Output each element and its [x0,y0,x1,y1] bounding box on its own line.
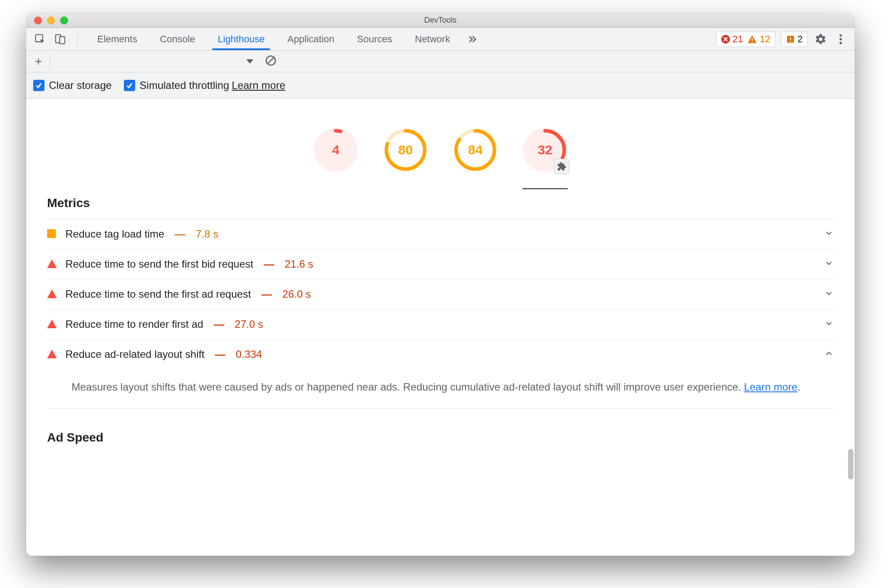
tab-sources[interactable]: Sources [346,28,404,50]
score-gauges: 4808432 [26,99,855,182]
more-tabs-button[interactable] [467,34,478,45]
metric-label: Reduce time to send the first ad request [65,288,251,300]
clear-storage-checkbox[interactable]: Clear storage [33,79,112,92]
metric-label: Reduce ad-related layout shift [65,348,205,360]
svg-rect-2 [60,37,65,44]
issue-count-value: 2 [798,34,803,45]
svg-rect-8 [790,41,791,42]
metric-row[interactable]: Reduce time to render first ad—27.0 s [47,309,834,339]
score-value: 4 [332,143,340,157]
triangle-icon [47,289,57,298]
metric-status-icon [47,289,57,299]
devtools-window: DevTools ElementsConsoleLighthouseApplic… [26,13,855,556]
metric-label: Reduce tag load time [65,228,164,240]
tab-lighthouse[interactable]: Lighthouse [206,28,276,50]
triangle-icon [47,259,57,268]
metric-row[interactable]: Reduce ad-related layout shift—0.334 [47,339,834,369]
square-icon [47,229,56,238]
error-count: 21 [721,34,743,45]
learn-more-link[interactable]: Learn more [744,381,798,393]
score-gauge-1[interactable]: 80 [384,128,427,172]
inspect-element-icon[interactable] [33,32,47,46]
score-value: 84 [468,143,482,157]
metrics-section-title: Metrics [26,182,855,219]
score-gauge-0[interactable]: 4 [314,128,358,172]
report-dropdown[interactable] [246,59,253,64]
chevron-down-icon[interactable] [824,289,834,300]
metric-value: 21.6 s [285,258,313,270]
simulated-throttling-label: Simulated throttling [140,79,229,92]
tab-console[interactable]: Console [149,28,207,50]
metric-row[interactable]: Reduce time to send the first bid reques… [47,249,834,279]
new-report-button[interactable]: + [31,54,45,68]
device-toolbar-icon[interactable] [53,32,67,46]
metric-value: 7.8 s [196,228,218,240]
metric-dash: — [264,258,274,270]
metric-dash: — [175,228,185,240]
metric-dash: — [214,318,224,330]
metric-value: 26.0 s [283,288,311,300]
metric-dash: — [262,288,272,300]
metric-status-icon [47,259,57,269]
error-count-value: 21 [733,34,743,45]
chevron-down-icon[interactable] [824,258,834,270]
more-options-icon[interactable] [834,32,848,46]
learn-more-link[interactable]: Learn more [232,79,286,92]
metrics-list: Reduce tag load time—7.8 sReduce time to… [26,219,855,409]
metric-value: 0.334 [236,348,262,360]
issues-count[interactable]: 2 [781,31,808,47]
ad-speed-section-title: Ad Speed [26,409,855,453]
clear-storage-label: Clear storage [49,79,112,92]
lighthouse-options-bar: Clear storage Simulated throttling Learn… [26,72,855,99]
warning-count: 12 [747,34,770,45]
checkbox-checked-icon [33,80,44,91]
warning-count-value: 12 [760,34,770,45]
metric-row[interactable]: Reduce time to send the first ad request… [47,279,834,309]
chevron-up-icon[interactable] [824,349,834,360]
separator [78,33,78,46]
triangle-icon [47,319,57,328]
lighthouse-toolbar: + [26,51,855,72]
metric-dash: — [215,348,225,360]
tab-elements[interactable]: Elements [86,28,149,50]
score-gauge-3[interactable]: 32 [523,128,567,172]
chevron-down-icon[interactable] [824,319,834,330]
tab-network[interactable]: Network [403,28,461,50]
metric-status-icon [47,319,57,329]
tabs-bar: ElementsConsoleLighthouseApplicationSour… [26,28,855,51]
titlebar: DevTools [26,13,855,28]
issue-count: 2 [786,34,803,45]
window-title: DevTools [26,16,855,25]
clear-button[interactable] [265,54,277,68]
svg-point-9 [839,34,842,36]
svg-line-13 [268,57,274,64]
metric-value: 27.0 s [235,318,263,330]
chevron-down-icon[interactable] [824,228,834,240]
settings-icon[interactable] [814,32,828,46]
error-warning-counts[interactable]: 21 12 [716,31,775,47]
tab-application[interactable]: Application [276,28,346,50]
metric-status-icon [47,350,57,359]
selected-indicator [522,188,568,189]
svg-rect-4 [752,38,753,41]
triangle-icon [47,350,57,358]
separator [50,54,50,69]
panel-tabs: ElementsConsoleLighthouseApplicationSour… [86,28,461,50]
svg-rect-5 [752,41,753,42]
svg-point-11 [839,41,842,44]
checkbox-checked-icon [124,80,135,91]
simulated-throttling-checkbox[interactable]: Simulated throttling Learn more [124,79,285,92]
metric-status-icon [47,229,57,239]
score-value: 32 [538,143,552,157]
extension-icon [554,159,569,174]
report-content: 4808432 Metrics Reduce tag load time—7.8… [26,99,855,556]
scrollbar-thumb[interactable] [848,449,853,479]
metric-label: Reduce time to send the first bid reques… [65,258,253,270]
metric-row[interactable]: Reduce tag load time—7.8 s [47,219,834,249]
score-gauge-2[interactable]: 84 [453,128,497,172]
tabs-left-tools [33,32,82,46]
tabs-right: 21 12 2 [716,31,848,47]
score-value: 80 [398,143,412,157]
metric-description: Measures layout shifts that were caused … [47,369,834,409]
svg-point-10 [839,38,842,40]
